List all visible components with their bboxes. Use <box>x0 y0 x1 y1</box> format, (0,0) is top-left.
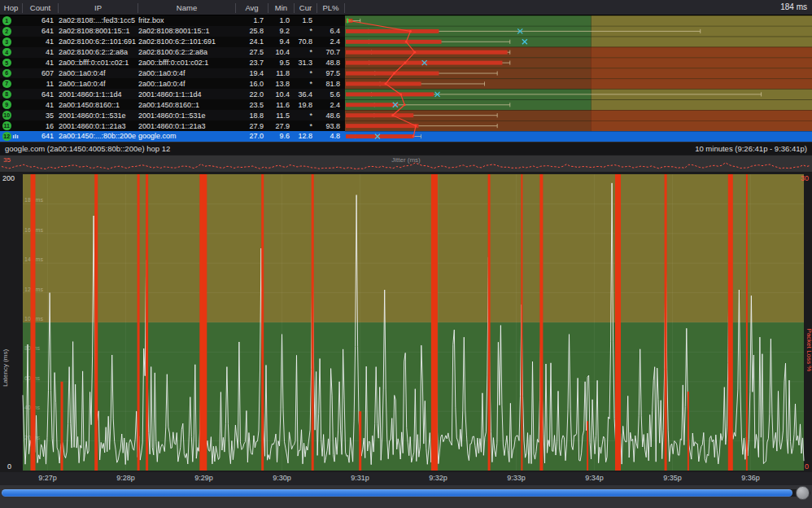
hop-count: 41 <box>23 58 59 68</box>
time-tick: 9:30p <box>273 474 291 482</box>
left-axis-max-label: 200 <box>2 174 15 182</box>
hop-cur: * <box>295 110 317 120</box>
hop-pl: 81.8 <box>317 78 345 89</box>
hop-row[interactable]: 11162001:4860:0:1::21a32001:4860:0:1::21… <box>0 120 345 131</box>
hop-cur: * <box>295 120 317 131</box>
column-header-count[interactable]: Count <box>23 3 59 13</box>
hop-number-badge: 12 <box>2 132 11 141</box>
hop-avg: 1.7 <box>236 15 268 26</box>
hop-pl: 70.7 <box>317 47 345 58</box>
time-tick: 9:29p <box>194 474 213 482</box>
hop-cur: 19.8 <box>295 99 317 110</box>
hop-number-badge: 6 <box>2 69 11 78</box>
jitter-title: Jitter (ms) <box>391 156 421 164</box>
hop-row[interactable]: 7112a00::1a0:0:4f2a00::1a0:0:4f16.013.8*… <box>0 78 345 89</box>
time-tick: 9:34p <box>585 474 604 482</box>
hop-name: 2a02:8100:6:2::2:a8a <box>138 47 236 58</box>
column-header-name[interactable]: Name <box>138 3 236 13</box>
hop-ip: 2001:4860:0:1::21a3 <box>59 120 138 131</box>
hop-ip: 2001:4860:1:1::1d4 <box>59 89 138 99</box>
column-header-pl[interactable]: PL% <box>317 3 345 13</box>
time-tick: 9:31p <box>351 474 369 482</box>
column-header-cur[interactable]: Cur <box>295 3 317 13</box>
hop-row[interactable]: 12ılı6412a00:1450:...:80b::200egoogle.co… <box>0 131 345 142</box>
column-headers: HopCountIPNameAvgMinCurPL% <box>0 0 345 15</box>
jitter-ymax-label: 35 <box>3 156 11 164</box>
hop-min: 11.5 <box>268 110 295 120</box>
hop-min: 9.2 <box>268 26 295 37</box>
column-header-min[interactable]: Min <box>268 3 295 13</box>
hop-ip: 2a02:8108:8001:15::1 <box>59 26 138 37</box>
hop-number-badge: 4 <box>2 48 11 57</box>
hop-ip: 2a02:8108:...:fed3:1cc5 <box>59 15 138 26</box>
hop-row[interactable]: 16412a02:8108:...:fed3:1cc5fritz.box1.71… <box>0 15 345 26</box>
time-tick: 9:27p <box>38 474 57 482</box>
time-tick: 9:28p <box>116 474 135 482</box>
hop-name: google.com <box>138 131 236 142</box>
hop-avg: 19.4 <box>236 68 268 79</box>
hop-row[interactable]: 5412a00::bfff:0:c01:c02:12a00::bfff:0:c0… <box>0 58 345 68</box>
hop-count: 641 <box>23 131 59 142</box>
hop-cur: * <box>295 26 317 37</box>
latency-timeline-chart[interactable]: 20 ms40 ms60 ms80 ms100 ms120 ms140 ms16… <box>0 173 812 472</box>
hop-count: 641 <box>23 15 59 26</box>
hop-cell: 8 <box>0 89 23 99</box>
hop-cell: 9 <box>0 99 23 110</box>
hop-row[interactable]: 4412a02:8100:6:2::2:a8a2a02:8100:6:2::2:… <box>0 47 345 58</box>
hop-name: 2001:4860:0:1::21a3 <box>138 120 236 131</box>
hop-number-badge: 9 <box>2 100 11 109</box>
hop-number-badge: 10 <box>2 111 11 120</box>
hop-number-badge: 2 <box>2 27 11 36</box>
hop-min: 27.9 <box>268 120 295 131</box>
hop-min: 9.5 <box>268 58 295 68</box>
hop-table: 16412a02:8108:...:fed3:1cc5fritz.box1.71… <box>0 15 345 142</box>
hop-pl: 2.4 <box>317 37 345 47</box>
hop-row[interactable]: 9412a00:1450:8160::12a00:1450:8160::123.… <box>0 99 345 110</box>
hop-avg: 27.5 <box>236 47 268 58</box>
hop-name: fritz.box <box>138 15 236 26</box>
pingplotter-window: HopCountIPNameAvgMinCurPL% 184 ms 16412a… <box>0 0 812 508</box>
hop-cur: 70.8 <box>295 37 317 47</box>
column-header-ip[interactable]: IP <box>59 3 138 13</box>
hop-min: 13.8 <box>268 78 295 89</box>
hop-min: 11.6 <box>268 99 295 110</box>
hop-row[interactable]: 10352001:4860:0:1::531e2001:4860:0:1::53… <box>0 110 345 120</box>
column-header-hop[interactable]: Hop <box>0 3 23 13</box>
hop-min: 1.0 <box>268 15 295 26</box>
hop-row[interactable]: 3412a02:8100:6:2::101:6912a02:8100:6:2::… <box>0 37 345 47</box>
timeline-scrollbar <box>0 485 812 508</box>
latency-axis-title: Latency (ms) <box>2 349 9 388</box>
column-header-avg[interactable]: Avg <box>236 3 268 13</box>
hop-name: 2a02:8108:8001:15::1 <box>138 26 236 37</box>
hop-name: 2a02:8100:6:2::101:691 <box>138 37 236 47</box>
time-axis: 9:27p9:28p9:29p9:30p9:31p9:32p9:33p9:34p… <box>0 472 812 485</box>
hop-ip: 2a00:1450:8160::1 <box>59 99 138 110</box>
hop-min: 11.8 <box>268 68 295 79</box>
packet-loss-axis-title: Packet Loss % <box>805 329 812 372</box>
hop-pl: 48.6 <box>317 110 345 120</box>
hop-avg: 25.8 <box>236 26 268 37</box>
jitter-strip: 35 Jitter (ms) <box>0 155 812 173</box>
hop-count: 607 <box>23 68 59 79</box>
time-tick: 9:35p <box>663 474 682 482</box>
right-axis-max-label: 30 <box>801 174 809 182</box>
hop-min: 10.4 <box>268 89 295 99</box>
hop-avg: 23.7 <box>236 58 268 68</box>
hop-count: 641 <box>23 26 59 37</box>
live-scroll-button[interactable] <box>796 486 810 500</box>
hop-row[interactable]: 26412a02:8108:8001:15::12a02:8108:8001:1… <box>0 26 345 37</box>
hop-cell: 7 <box>0 78 23 89</box>
hop-count: 16 <box>23 120 59 131</box>
hop-pl: 2.4 <box>317 99 345 110</box>
hop-row[interactable]: 66072a00::1a0:0:4f2a00::1a0:0:4f19.411.8… <box>0 68 345 79</box>
hop-ip: 2001:4860:0:1::531e <box>59 110 138 120</box>
hop-name: 2001:4860:1:1::1d4 <box>138 89 236 99</box>
hop-row[interactable]: 86412001:4860:1:1::1d42001:4860:1:1::1d4… <box>0 89 345 99</box>
scrollbar-thumb[interactable] <box>2 489 792 497</box>
hop-name: 2a00:1450:8160::1 <box>138 99 236 110</box>
hop-cell: 12ılı <box>0 131 23 142</box>
hop-number-badge: 3 <box>2 37 11 46</box>
hop-cell: 1 <box>0 15 23 26</box>
hop-latency-graph <box>345 15 812 142</box>
hop-ip: 2a02:8100:6:2::101:691 <box>59 37 138 47</box>
